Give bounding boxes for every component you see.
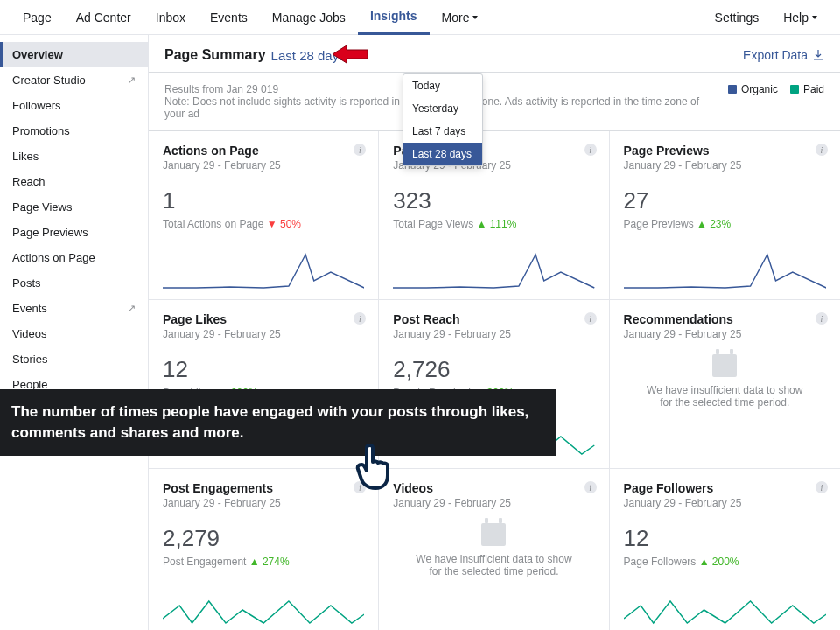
sidebar-item[interactable]: Reach bbox=[0, 169, 148, 194]
topnav-item[interactable]: Ad Center bbox=[64, 0, 144, 35]
sparkline bbox=[393, 237, 594, 290]
legend-swatch bbox=[790, 85, 799, 94]
sidebar-item[interactable]: Stories bbox=[0, 346, 148, 372]
card-value: 323 bbox=[393, 187, 594, 214]
sidebar-item[interactable]: Videos bbox=[0, 321, 148, 346]
insights-card[interactable]: iVideosJanuary 29 - February 25We have i… bbox=[379, 469, 609, 630]
sparkline bbox=[624, 237, 826, 290]
insights-card[interactable]: iPage FollowersJanuary 29 - February 251… bbox=[610, 469, 840, 630]
card-date: January 29 - February 25 bbox=[624, 497, 826, 509]
sidebar-item[interactable]: Promotions bbox=[0, 118, 148, 144]
card-value: 2,726 bbox=[393, 356, 594, 383]
dropdown-option[interactable]: Last 28 days bbox=[403, 143, 482, 165]
card-date: January 29 - February 25 bbox=[393, 328, 594, 340]
card-metric: Page Previews ▲ 23% bbox=[624, 218, 826, 230]
dropdown-option[interactable]: Yesterday bbox=[403, 97, 482, 120]
sidebar-item[interactable]: Creator Studio↗ bbox=[0, 67, 148, 93]
card-value: 2,279 bbox=[163, 525, 364, 552]
info-icon[interactable]: i bbox=[816, 144, 828, 156]
pointer-cursor-icon bbox=[354, 442, 393, 494]
card-date: January 29 - February 25 bbox=[163, 328, 364, 340]
card-date: January 29 - February 25 bbox=[624, 328, 826, 340]
info-icon[interactable]: i bbox=[584, 481, 597, 494]
sidebar-item[interactable]: Page Views bbox=[0, 194, 148, 220]
top-nav: PageAd CenterInboxEventsManage JobsInsig… bbox=[0, 0, 840, 35]
export-data-button[interactable]: Export Data bbox=[743, 48, 824, 62]
external-icon: ↗ bbox=[128, 303, 136, 314]
sidebar-item[interactable]: Actions on Page bbox=[0, 245, 148, 270]
sidebar-item[interactable]: Events↗ bbox=[0, 296, 148, 321]
card-title: Page Likes bbox=[163, 312, 364, 326]
dropdown-option[interactable]: Last 7 days bbox=[403, 120, 482, 143]
card-title: Recommendations bbox=[624, 312, 826, 326]
sidebar-item[interactable]: Likes bbox=[0, 144, 148, 169]
info-icon[interactable]: i bbox=[816, 312, 828, 325]
annotation-arrow-dropdown bbox=[332, 44, 368, 65]
page-summary-header: Page Summary Last 28 days ▲▼ Export Data bbox=[149, 35, 840, 73]
sparkline bbox=[163, 237, 364, 290]
card-value: 27 bbox=[624, 187, 826, 214]
card-title: Post Reach bbox=[393, 312, 594, 326]
topnav-right-item[interactable]: Help bbox=[771, 0, 830, 35]
card-metric: Page Followers ▲ 200% bbox=[624, 556, 826, 568]
sidebar-item[interactable]: Followers bbox=[0, 93, 148, 118]
dropdown-option[interactable]: Today bbox=[403, 74, 482, 97]
tooltip-post-engagements: The number of times people have engaged … bbox=[0, 389, 556, 456]
card-metric: Post Engagement ▲ 274% bbox=[163, 556, 364, 568]
sparkline bbox=[624, 575, 826, 627]
topnav-item[interactable]: Inbox bbox=[144, 0, 198, 35]
download-icon bbox=[812, 49, 824, 61]
card-date: January 29 - February 25 bbox=[163, 159, 364, 172]
legend: OrganicPaid bbox=[728, 83, 824, 95]
sidebar-item[interactable]: Page Previews bbox=[0, 220, 148, 245]
calendar-icon bbox=[481, 523, 506, 546]
sidebar-item[interactable]: Posts bbox=[0, 270, 148, 296]
legend-item: Organic bbox=[728, 83, 778, 95]
card-date: January 29 - February 25 bbox=[163, 497, 364, 509]
card-value: 1 bbox=[163, 187, 364, 214]
card-title: Post Engagements bbox=[163, 481, 364, 495]
insights-card[interactable]: iRecommendationsJanuary 29 - February 25… bbox=[610, 300, 840, 469]
calendar-icon bbox=[712, 354, 737, 377]
topnav-item[interactable]: Events bbox=[198, 0, 260, 35]
cards-grid: iActions on PageJanuary 29 - February 25… bbox=[149, 131, 840, 630]
svg-marker-1 bbox=[332, 46, 368, 63]
topnav-item[interactable]: Manage Jobs bbox=[260, 0, 358, 35]
card-date: January 29 - February 25 bbox=[393, 497, 594, 509]
insights-card[interactable]: iPost EngagementsJanuary 29 - February 2… bbox=[149, 469, 379, 630]
note-row: Results from Jan 29 019 Note: Does not i… bbox=[149, 73, 840, 131]
card-title: Videos bbox=[393, 481, 594, 495]
caret-icon bbox=[472, 16, 478, 19]
insights-card[interactable]: iPage PreviewsJanuary 29 - February 2527… bbox=[610, 131, 840, 300]
external-icon: ↗ bbox=[128, 74, 136, 86]
caret-icon bbox=[812, 16, 817, 19]
range-dropdown-menu: TodayYesterdayLast 7 daysLast 28 days bbox=[402, 74, 483, 166]
card-title: Page Previews bbox=[624, 144, 826, 158]
card-metric: Total Actions on Page ▼ 50% bbox=[163, 218, 364, 230]
main: OverviewCreator Studio↗FollowersPromotio… bbox=[0, 35, 840, 630]
sidebar: OverviewCreator Studio↗FollowersPromotio… bbox=[0, 35, 149, 630]
info-icon[interactable]: i bbox=[816, 481, 828, 494]
topnav-item[interactable]: Insights bbox=[358, 0, 430, 35]
topnav-item[interactable]: More bbox=[430, 0, 491, 35]
card-value: 12 bbox=[624, 525, 826, 552]
legend-swatch bbox=[728, 85, 737, 94]
insights-card[interactable]: iActions on PageJanuary 29 - February 25… bbox=[149, 131, 379, 300]
info-icon[interactable]: i bbox=[584, 312, 597, 325]
card-metric: Total Page Views ▲ 111% bbox=[393, 218, 594, 230]
sparkline bbox=[163, 575, 364, 627]
legend-item: Paid bbox=[790, 83, 824, 95]
info-icon[interactable]: i bbox=[584, 144, 597, 156]
card-date: January 29 - February 25 bbox=[624, 159, 826, 172]
topnav-right-item[interactable]: Settings bbox=[703, 0, 772, 35]
page-summary-title: Page Summary bbox=[164, 47, 266, 63]
card-title: Actions on Page bbox=[163, 144, 364, 158]
no-data-message: We have insufficient data to show for th… bbox=[393, 553, 594, 578]
card-title: Page Followers bbox=[624, 481, 826, 495]
no-data-message: We have insufficient data to show for th… bbox=[624, 384, 826, 409]
content: Page Summary Last 28 days ▲▼ Export Data… bbox=[149, 35, 840, 630]
topnav-item[interactable]: Page bbox=[10, 0, 64, 35]
card-value: 12 bbox=[163, 356, 364, 383]
export-label: Export Data bbox=[743, 48, 808, 62]
sidebar-item[interactable]: Overview bbox=[0, 42, 148, 67]
